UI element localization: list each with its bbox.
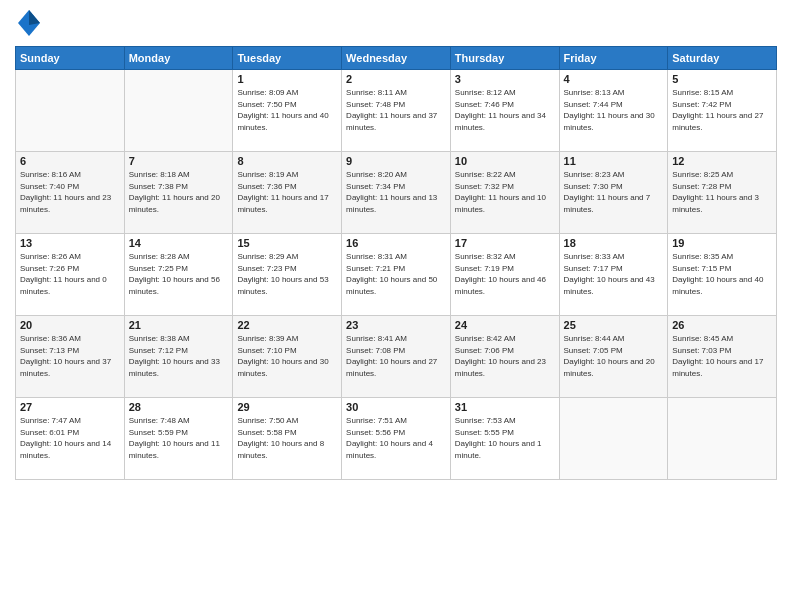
day-number: 14 (129, 237, 229, 249)
day-number: 28 (129, 401, 229, 413)
day-info: Sunrise: 8:45 AM Sunset: 7:03 PM Dayligh… (672, 333, 772, 379)
day-cell: 24Sunrise: 8:42 AM Sunset: 7:06 PM Dayli… (450, 316, 559, 398)
svg-marker-1 (29, 10, 40, 25)
day-info: Sunrise: 8:19 AM Sunset: 7:36 PM Dayligh… (237, 169, 337, 215)
day-number: 15 (237, 237, 337, 249)
logo (15, 10, 40, 40)
day-number: 16 (346, 237, 446, 249)
day-number: 19 (672, 237, 772, 249)
day-info: Sunrise: 8:20 AM Sunset: 7:34 PM Dayligh… (346, 169, 446, 215)
weekday-monday: Monday (124, 47, 233, 70)
day-cell: 14Sunrise: 8:28 AM Sunset: 7:25 PM Dayli… (124, 234, 233, 316)
logo-icon (18, 10, 40, 40)
day-info: Sunrise: 8:23 AM Sunset: 7:30 PM Dayligh… (564, 169, 664, 215)
day-cell: 3Sunrise: 8:12 AM Sunset: 7:46 PM Daylig… (450, 70, 559, 152)
day-number: 18 (564, 237, 664, 249)
day-cell: 29Sunrise: 7:50 AM Sunset: 5:58 PM Dayli… (233, 398, 342, 480)
day-cell: 9Sunrise: 8:20 AM Sunset: 7:34 PM Daylig… (342, 152, 451, 234)
day-number: 23 (346, 319, 446, 331)
day-cell: 25Sunrise: 8:44 AM Sunset: 7:05 PM Dayli… (559, 316, 668, 398)
day-cell: 26Sunrise: 8:45 AM Sunset: 7:03 PM Dayli… (668, 316, 777, 398)
day-number: 25 (564, 319, 664, 331)
day-cell: 12Sunrise: 8:25 AM Sunset: 7:28 PM Dayli… (668, 152, 777, 234)
week-row-2: 6Sunrise: 8:16 AM Sunset: 7:40 PM Daylig… (16, 152, 777, 234)
day-cell: 16Sunrise: 8:31 AM Sunset: 7:21 PM Dayli… (342, 234, 451, 316)
day-info: Sunrise: 8:11 AM Sunset: 7:48 PM Dayligh… (346, 87, 446, 133)
day-info: Sunrise: 8:26 AM Sunset: 7:26 PM Dayligh… (20, 251, 120, 297)
weekday-friday: Friday (559, 47, 668, 70)
day-info: Sunrise: 8:18 AM Sunset: 7:38 PM Dayligh… (129, 169, 229, 215)
day-cell: 27Sunrise: 7:47 AM Sunset: 6:01 PM Dayli… (16, 398, 125, 480)
day-number: 17 (455, 237, 555, 249)
day-number: 10 (455, 155, 555, 167)
day-number: 11 (564, 155, 664, 167)
day-number: 24 (455, 319, 555, 331)
day-cell: 2Sunrise: 8:11 AM Sunset: 7:48 PM Daylig… (342, 70, 451, 152)
day-number: 29 (237, 401, 337, 413)
day-info: Sunrise: 8:38 AM Sunset: 7:12 PM Dayligh… (129, 333, 229, 379)
day-cell: 5Sunrise: 8:15 AM Sunset: 7:42 PM Daylig… (668, 70, 777, 152)
day-cell: 28Sunrise: 7:48 AM Sunset: 5:59 PM Dayli… (124, 398, 233, 480)
day-number: 8 (237, 155, 337, 167)
day-info: Sunrise: 8:15 AM Sunset: 7:42 PM Dayligh… (672, 87, 772, 133)
day-cell: 17Sunrise: 8:32 AM Sunset: 7:19 PM Dayli… (450, 234, 559, 316)
weekday-thursday: Thursday (450, 47, 559, 70)
day-info: Sunrise: 7:51 AM Sunset: 5:56 PM Dayligh… (346, 415, 446, 461)
day-number: 9 (346, 155, 446, 167)
day-number: 5 (672, 73, 772, 85)
day-number: 26 (672, 319, 772, 331)
weekday-tuesday: Tuesday (233, 47, 342, 70)
day-info: Sunrise: 8:39 AM Sunset: 7:10 PM Dayligh… (237, 333, 337, 379)
day-cell: 10Sunrise: 8:22 AM Sunset: 7:32 PM Dayli… (450, 152, 559, 234)
day-cell: 18Sunrise: 8:33 AM Sunset: 7:17 PM Dayli… (559, 234, 668, 316)
page: SundayMondayTuesdayWednesdayThursdayFrid… (0, 0, 792, 612)
day-cell: 20Sunrise: 8:36 AM Sunset: 7:13 PM Dayli… (16, 316, 125, 398)
day-info: Sunrise: 8:22 AM Sunset: 7:32 PM Dayligh… (455, 169, 555, 215)
day-cell: 19Sunrise: 8:35 AM Sunset: 7:15 PM Dayli… (668, 234, 777, 316)
weekday-header-row: SundayMondayTuesdayWednesdayThursdayFrid… (16, 47, 777, 70)
day-number: 27 (20, 401, 120, 413)
day-number: 6 (20, 155, 120, 167)
day-cell: 13Sunrise: 8:26 AM Sunset: 7:26 PM Dayli… (16, 234, 125, 316)
day-number: 2 (346, 73, 446, 85)
day-cell: 22Sunrise: 8:39 AM Sunset: 7:10 PM Dayli… (233, 316, 342, 398)
day-cell: 23Sunrise: 8:41 AM Sunset: 7:08 PM Dayli… (342, 316, 451, 398)
day-info: Sunrise: 8:13 AM Sunset: 7:44 PM Dayligh… (564, 87, 664, 133)
day-info: Sunrise: 8:09 AM Sunset: 7:50 PM Dayligh… (237, 87, 337, 133)
day-info: Sunrise: 8:36 AM Sunset: 7:13 PM Dayligh… (20, 333, 120, 379)
day-info: Sunrise: 8:31 AM Sunset: 7:21 PM Dayligh… (346, 251, 446, 297)
calendar-table: SundayMondayTuesdayWednesdayThursdayFrid… (15, 46, 777, 480)
day-info: Sunrise: 8:25 AM Sunset: 7:28 PM Dayligh… (672, 169, 772, 215)
day-cell: 21Sunrise: 8:38 AM Sunset: 7:12 PM Dayli… (124, 316, 233, 398)
weekday-wednesday: Wednesday (342, 47, 451, 70)
day-cell (124, 70, 233, 152)
day-info: Sunrise: 8:16 AM Sunset: 7:40 PM Dayligh… (20, 169, 120, 215)
day-number: 31 (455, 401, 555, 413)
day-number: 22 (237, 319, 337, 331)
day-number: 21 (129, 319, 229, 331)
day-number: 1 (237, 73, 337, 85)
day-info: Sunrise: 8:41 AM Sunset: 7:08 PM Dayligh… (346, 333, 446, 379)
day-info: Sunrise: 7:48 AM Sunset: 5:59 PM Dayligh… (129, 415, 229, 461)
day-cell (559, 398, 668, 480)
day-info: Sunrise: 8:44 AM Sunset: 7:05 PM Dayligh… (564, 333, 664, 379)
day-info: Sunrise: 8:42 AM Sunset: 7:06 PM Dayligh… (455, 333, 555, 379)
day-number: 30 (346, 401, 446, 413)
day-info: Sunrise: 7:50 AM Sunset: 5:58 PM Dayligh… (237, 415, 337, 461)
header (15, 10, 777, 40)
day-cell: 7Sunrise: 8:18 AM Sunset: 7:38 PM Daylig… (124, 152, 233, 234)
day-info: Sunrise: 8:35 AM Sunset: 7:15 PM Dayligh… (672, 251, 772, 297)
day-info: Sunrise: 8:29 AM Sunset: 7:23 PM Dayligh… (237, 251, 337, 297)
day-number: 20 (20, 319, 120, 331)
week-row-1: 1Sunrise: 8:09 AM Sunset: 7:50 PM Daylig… (16, 70, 777, 152)
day-info: Sunrise: 8:33 AM Sunset: 7:17 PM Dayligh… (564, 251, 664, 297)
day-number: 3 (455, 73, 555, 85)
day-cell (668, 398, 777, 480)
day-cell: 31Sunrise: 7:53 AM Sunset: 5:55 PM Dayli… (450, 398, 559, 480)
day-info: Sunrise: 8:28 AM Sunset: 7:25 PM Dayligh… (129, 251, 229, 297)
weekday-sunday: Sunday (16, 47, 125, 70)
day-number: 13 (20, 237, 120, 249)
week-row-4: 20Sunrise: 8:36 AM Sunset: 7:13 PM Dayli… (16, 316, 777, 398)
day-cell: 8Sunrise: 8:19 AM Sunset: 7:36 PM Daylig… (233, 152, 342, 234)
day-info: Sunrise: 7:53 AM Sunset: 5:55 PM Dayligh… (455, 415, 555, 461)
